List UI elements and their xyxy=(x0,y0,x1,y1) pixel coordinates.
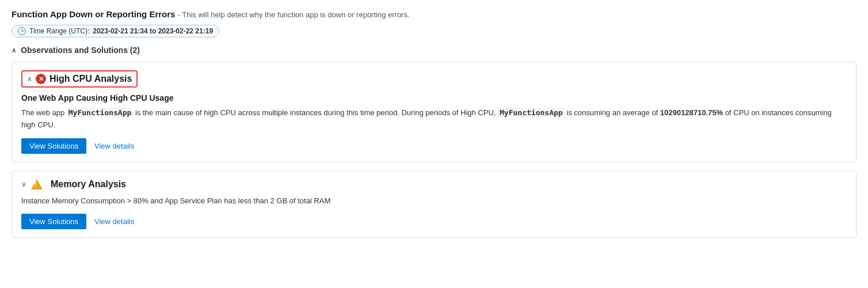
obs-text1: The web app xyxy=(21,108,67,117)
memory-observation-text: Instance Memory Consumption > 80% and Ap… xyxy=(21,195,847,207)
high-cpu-card: ✕ High CPU Analysis One Web App Causing … xyxy=(12,62,856,162)
high-cpu-view-solutions-button[interactable]: View Solutions xyxy=(21,138,86,154)
section-header-label: Observations and Solutions (2) xyxy=(21,46,140,55)
error-icon: ✕ xyxy=(36,74,46,84)
section-chevron-up xyxy=(27,75,32,83)
high-cpu-title-highlight: ✕ High CPU Analysis xyxy=(21,70,138,88)
high-cpu-observation-title: One Web App Causing High CPU Usage xyxy=(21,93,847,103)
memory-view-details-link[interactable]: View details xyxy=(94,217,134,226)
memory-actions: View Solutions View details xyxy=(21,214,847,229)
obs-text3: is consuming an average of xyxy=(565,108,660,117)
high-cpu-actions: View Solutions View details xyxy=(21,138,847,154)
warning-icon xyxy=(31,179,43,190)
memory-view-solutions-button[interactable]: View Solutions xyxy=(21,214,86,229)
obs-text2: is the main cause of high CPU across mul… xyxy=(133,108,498,117)
time-range-badge: Time Range (UTC): 2023-02-21 21:34 to 20… xyxy=(12,25,219,37)
memory-chevron-down xyxy=(21,180,26,188)
clock-icon xyxy=(18,27,26,35)
high-cpu-card-header: ✕ High CPU Analysis xyxy=(21,70,847,88)
page-container: Function App Down or Reporting Errors - … xyxy=(12,9,856,238)
page-title: Function App Down or Reporting Errors - … xyxy=(12,9,856,19)
time-range-value: 2023-02-21 21:34 to 2023-02-22 21:19 xyxy=(93,27,213,35)
section-chevron xyxy=(12,47,16,54)
cpu-percentage: 10290128710.75% xyxy=(660,108,723,117)
section-header[interactable]: Observations and Solutions (2) xyxy=(12,46,856,55)
app-name-2: MyFunctionsApp xyxy=(498,108,565,118)
memory-title: Memory Analysis xyxy=(51,179,126,190)
high-cpu-view-details-link[interactable]: View details xyxy=(94,142,134,150)
app-name-1: MyFunctionsApp xyxy=(67,108,134,118)
memory-card-header: Memory Analysis xyxy=(21,179,847,190)
high-cpu-observation-text: The web app MyFunctionsApp is the main c… xyxy=(21,107,847,131)
high-cpu-title: High CPU Analysis xyxy=(50,74,132,84)
time-range-label: Time Range (UTC): xyxy=(29,27,89,35)
memory-card: Memory Analysis Instance Memory Consumpt… xyxy=(12,170,856,238)
